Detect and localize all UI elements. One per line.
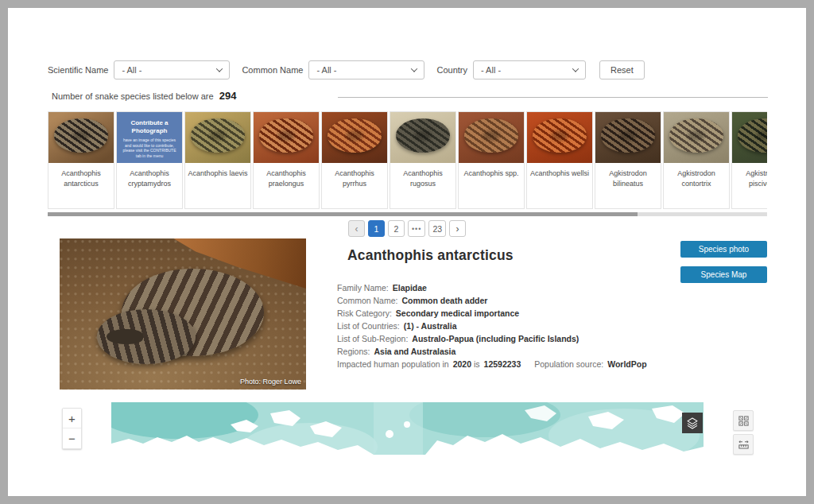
species-thumbnail xyxy=(595,112,661,163)
country-value: - All - xyxy=(481,65,501,75)
common-name-label: Common Name xyxy=(242,65,303,75)
species-name: Acanthophis cryptamydros xyxy=(117,163,182,189)
species-card[interactable]: Acanthophis laevis xyxy=(184,111,251,209)
country-label: Country xyxy=(436,65,467,75)
species-name: Acanthophis antarcticus xyxy=(48,163,114,189)
species-card[interactable]: Acanthophis spp. xyxy=(458,111,525,209)
zoom-in-button[interactable]: + xyxy=(63,409,81,428)
common-name-value: - All - xyxy=(316,65,336,75)
app-window: Scientific Name - All - Common Name - Al… xyxy=(0,0,814,504)
species-name: Acanthophis rugosus xyxy=(390,163,455,189)
contribute-photo-placeholder: Contribute a Photograph have an image of… xyxy=(117,112,182,163)
measure-scale-icon xyxy=(738,439,750,451)
species-name: Acanthophis spp. xyxy=(459,163,524,179)
species-name: Agkistrodon contortrix xyxy=(664,163,729,189)
species-count-text: Number of snake species listed below are xyxy=(52,91,214,101)
field-countries: List of Countries:(1) - Australia xyxy=(337,322,679,331)
species-name: Acanthophis laevis xyxy=(185,163,250,179)
layers-button[interactable] xyxy=(682,413,703,433)
field-sub-region: List of Sub-Region:Australo-Papua (inclu… xyxy=(337,335,679,343)
species-title: Acanthophis antarcticus xyxy=(347,247,514,264)
world-map-graphic xyxy=(111,402,704,455)
species-card[interactable]: Agkistrodon contortrix xyxy=(663,111,730,209)
species-details: Family Name:Elapidae Common Name:Common … xyxy=(337,284,679,373)
species-thumbnail xyxy=(390,112,455,163)
species-name: Agkistrodon bilineatus xyxy=(595,163,661,189)
field-family-name: Family Name:Elapidae xyxy=(337,284,679,293)
basemap-grid-button[interactable] xyxy=(733,410,754,431)
species-map[interactable] xyxy=(111,402,704,455)
contribute-title: Contribute a Photograph xyxy=(120,119,179,135)
detail-action-buttons: Species photo Species Map xyxy=(680,241,767,283)
species-name: Agkistrodon piscivorus xyxy=(732,163,767,189)
map-zoom-control: + − xyxy=(62,408,82,449)
species-thumbnail xyxy=(527,112,592,163)
species-photo: Photo: Roger Lowe xyxy=(60,238,306,390)
species-card[interactable]: Agkistrodon bilineatus xyxy=(595,111,661,209)
species-card[interactable]: Contribute a Photograph have an image of… xyxy=(116,111,183,209)
species-thumbnail xyxy=(732,112,767,163)
chevron-down-icon xyxy=(572,65,579,72)
species-card[interactable]: Agkistrodon piscivorus xyxy=(731,111,767,209)
species-photo-button[interactable]: Species photo xyxy=(680,241,767,258)
species-card[interactable]: Acanthophis rugosus xyxy=(390,111,456,209)
reset-button[interactable]: Reset xyxy=(599,60,645,79)
page-content: Scientific Name - All - Common Name - Al… xyxy=(8,8,806,496)
snake-head-graphic xyxy=(107,329,144,344)
species-thumbnail xyxy=(322,112,387,163)
field-risk-category: Risk Category:Secondary medical importan… xyxy=(337,309,679,318)
pagination-next-button[interactable]: › xyxy=(449,220,466,237)
species-map-button[interactable]: Species Map xyxy=(680,266,767,283)
pagination: ‹ 1 2 ••• 23 › xyxy=(8,220,806,237)
filter-bar: Scientific Name - All - Common Name - Al… xyxy=(48,60,645,79)
pagination-ellipsis[interactable]: ••• xyxy=(408,220,425,237)
zoom-out-button[interactable]: − xyxy=(63,428,81,448)
chevron-down-icon xyxy=(216,65,223,72)
contribute-note: have an image of this species and would … xyxy=(120,138,179,158)
basemap-grid-icon xyxy=(738,415,750,427)
species-card[interactable]: Acanthophis antarcticus xyxy=(48,111,114,209)
horizontal-divider xyxy=(338,97,768,98)
species-card[interactable]: Acanthophis praelongus xyxy=(253,111,320,209)
common-name-select[interactable]: - All - xyxy=(308,60,424,79)
measure-scale-button[interactable] xyxy=(733,434,754,455)
field-common-name: Common Name:Common death adder xyxy=(337,297,679,305)
species-count-value: 294 xyxy=(219,90,237,102)
species-name: Acanthophis wellsi xyxy=(527,163,592,179)
pagination-page-23[interactable]: 23 xyxy=(428,220,446,237)
species-card[interactable]: Acanthophis wellsi xyxy=(526,111,593,209)
species-name: Acanthophis pyrrhus xyxy=(322,163,387,189)
chevron-down-icon xyxy=(411,65,417,72)
photo-credit: Photo: Roger Lowe xyxy=(240,378,301,386)
scientific-name-select[interactable]: - All - xyxy=(114,60,230,79)
species-thumbnail xyxy=(185,112,250,163)
field-impacted-population: Impacted human population in2020 is12592… xyxy=(337,360,679,369)
species-thumbnail xyxy=(254,112,319,163)
field-regions: Regions:Asia and Australasia xyxy=(337,347,679,356)
pagination-page-1[interactable]: 1 xyxy=(368,220,385,237)
species-name: Acanthophis praelongus xyxy=(254,163,319,189)
carousel-scrollbar-track xyxy=(48,212,767,216)
pagination-prev-button[interactable]: ‹ xyxy=(348,220,365,237)
species-thumbnail xyxy=(48,112,114,163)
carousel-scrollbar-thumb[interactable] xyxy=(48,212,638,216)
layers-icon xyxy=(686,417,699,429)
country-select[interactable]: - All - xyxy=(473,60,586,79)
scientific-name-value: - All - xyxy=(122,65,141,75)
pagination-page-2[interactable]: 2 xyxy=(388,220,405,237)
species-thumbnail xyxy=(459,112,524,163)
species-count-line: Number of snake species listed below are… xyxy=(52,90,236,102)
species-card[interactable]: Acanthophis pyrrhus xyxy=(321,111,388,209)
species-thumbnail xyxy=(664,112,729,163)
map-side-tools xyxy=(733,410,754,455)
species-carousel: Acanthophis antarcticus Contribute a Pho… xyxy=(48,111,767,209)
scientific-name-label: Scientific Name xyxy=(48,65,108,75)
